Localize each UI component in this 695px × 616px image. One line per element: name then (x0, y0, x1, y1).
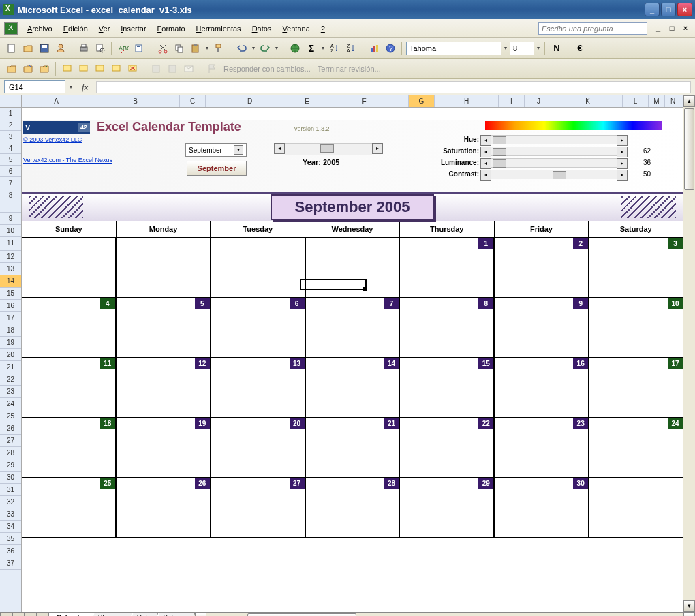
copy-button[interactable] (172, 41, 187, 56)
calendar-cell[interactable]: 27 (211, 478, 306, 537)
font-size-select[interactable] (510, 42, 534, 55)
sort-desc-button[interactable]: ZA (343, 41, 358, 56)
col-header-M[interactable]: M (649, 95, 665, 107)
row-header-16[interactable]: 16 (0, 300, 21, 312)
flag-button[interactable] (204, 61, 219, 76)
col-header-K[interactable]: K (553, 95, 623, 107)
menu-datos[interactable]: Datos (247, 22, 277, 35)
menu-?[interactable]: ? (315, 22, 330, 35)
calendar-cell[interactable]: 2 (495, 238, 589, 297)
row-header-8[interactable]: 8 (0, 189, 21, 213)
row-header-4[interactable]: 4 (0, 142, 21, 154)
row-header-3[interactable]: 3 (0, 131, 21, 142)
row-header-25[interactable]: 25 (0, 410, 21, 422)
calendar-cell[interactable]: 17 (589, 358, 683, 417)
new-button[interactable] (4, 41, 19, 56)
end-review-button[interactable]: Terminar revisión... (315, 65, 384, 73)
name-box[interactable] (4, 80, 65, 93)
calendar-cell[interactable]: 3 (589, 238, 683, 297)
select-all-corner[interactable] (0, 95, 22, 108)
calendar-cell[interactable]: 13 (211, 358, 306, 417)
name-box-dropdown[interactable]: ▾ (68, 84, 74, 90)
print-button[interactable] (76, 41, 91, 56)
calendar-cell[interactable] (117, 238, 211, 297)
lum-slider[interactable]: ◂▸ (480, 158, 628, 168)
comment-next-button[interactable] (93, 61, 108, 76)
comment-prev-button[interactable] (76, 61, 91, 76)
con-slider[interactable]: ◂▸ (480, 170, 628, 179)
row-header-37[interactable]: 37 (0, 557, 21, 570)
col-header-L[interactable]: L (623, 95, 649, 107)
row-header-14[interactable]: 14 (0, 275, 21, 288)
col-header-N[interactable]: N (665, 95, 681, 107)
vertical-scrollbar[interactable]: ▴ ▾ (683, 95, 695, 612)
calendar-cell[interactable] (306, 238, 401, 297)
folder1-button[interactable] (4, 61, 19, 76)
row-header-33[interactable]: 33 (0, 508, 21, 521)
scroll-up-button[interactable]: ▴ (683, 95, 695, 107)
print-preview-button[interactable] (93, 41, 108, 56)
year-thumb[interactable] (320, 144, 334, 153)
menu-ver[interactable]: Ver (93, 22, 116, 35)
comment-show-button[interactable] (109, 61, 124, 76)
scroll-down-button[interactable]: ▾ (683, 600, 695, 612)
row-header-34[interactable]: 34 (0, 521, 21, 533)
col-header-B[interactable]: B (91, 95, 180, 107)
paste-dropdown[interactable]: ▾ (204, 45, 210, 51)
tab-first-button[interactable]: |◂ (0, 613, 12, 616)
row-header-28[interactable]: 28 (0, 447, 21, 459)
row-header-18[interactable]: 18 (0, 324, 21, 337)
row-header-36[interactable]: 36 (0, 545, 21, 557)
col-header-D[interactable]: D (206, 95, 294, 107)
hscroll-thumb[interactable] (247, 613, 356, 616)
calendar-cell[interactable]: 9 (495, 298, 589, 357)
autosum-button[interactable]: Σ (304, 41, 319, 56)
calendar-cell[interactable]: 5 (117, 298, 211, 357)
calendar-cell[interactable] (589, 478, 683, 537)
year-next-button[interactable]: ▸ (372, 143, 383, 154)
calendar-cell[interactable]: 1 (400, 238, 495, 297)
close-button[interactable]: × (677, 3, 692, 16)
chart-button[interactable] (367, 41, 382, 56)
calendar-cell[interactable]: 16 (495, 358, 589, 417)
calendar-cell[interactable]: 20 (211, 418, 306, 477)
sheet-tab-settings[interactable]: Settings (155, 613, 195, 616)
row-header-12[interactable]: 12 (0, 251, 21, 263)
folder3-button[interactable] (37, 61, 52, 76)
row-header-7[interactable]: 7 (0, 177, 21, 189)
sheet-tab-calendar[interactable]: Calendar (49, 613, 93, 616)
row-header-9[interactable]: 9 (0, 213, 21, 225)
calendar-cell[interactable]: 18 (22, 418, 117, 477)
row-header-1[interactable]: 1 (0, 108, 21, 119)
vscroll-track[interactable] (683, 107, 695, 600)
format-painter-button[interactable] (211, 41, 226, 56)
help-button[interactable]: ? (383, 41, 398, 56)
september-button[interactable]: September (187, 161, 247, 176)
tab-last-button[interactable]: ▸| (37, 613, 49, 616)
calendar-cell[interactable]: 11 (22, 358, 117, 417)
year-scrollbar[interactable]: ◂ ▸ (274, 143, 383, 155)
track-button[interactable] (165, 61, 180, 76)
doc-close-button[interactable]: × (680, 24, 691, 33)
calendar-cell[interactable]: 30 (495, 478, 589, 537)
cut-button[interactable] (155, 41, 170, 56)
calendar-cell[interactable]: 4 (22, 298, 117, 357)
calendar-cell[interactable]: 10 (589, 298, 683, 357)
doc-restore-button[interactable]: □ (666, 24, 677, 33)
row-header-10[interactable]: 10 (0, 225, 21, 237)
row-header-5[interactable]: 5 (0, 154, 21, 166)
mail-button[interactable] (181, 61, 196, 76)
row-header-31[interactable]: 31 (0, 484, 21, 496)
col-header-G[interactable]: G (409, 95, 435, 107)
copyright-link[interactable]: © 2003 Vertex42 LLC (23, 136, 82, 143)
maximize-button[interactable]: □ (661, 3, 676, 16)
month-dropdown[interactable]: September ▾ (185, 143, 247, 157)
row-header-27[interactable]: 27 (0, 435, 21, 447)
calendar-cell[interactable]: 25 (22, 478, 117, 537)
minimize-button[interactable]: _ (645, 3, 660, 16)
row-header-2[interactable]: 2 (0, 119, 21, 131)
research-button[interactable] (132, 41, 147, 56)
paste-button[interactable] (188, 41, 203, 56)
year-prev-button[interactable]: ◂ (274, 143, 285, 154)
row-header-15[interactable]: 15 (0, 288, 21, 300)
